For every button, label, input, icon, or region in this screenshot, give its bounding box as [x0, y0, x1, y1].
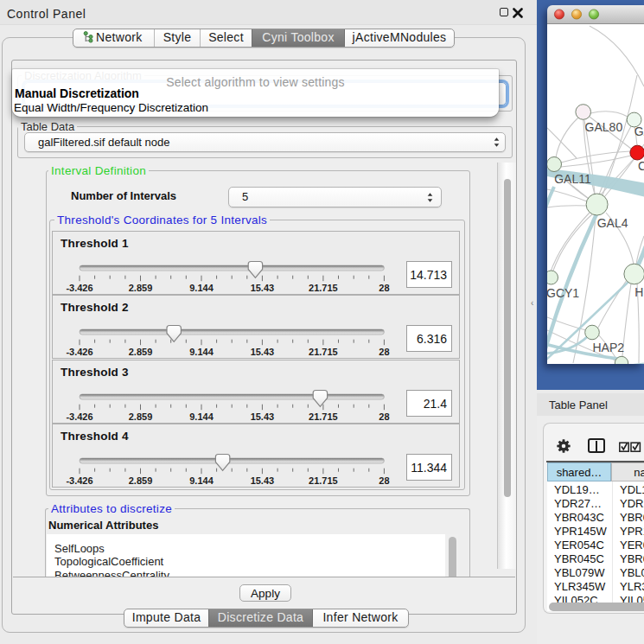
svg-text:2.859: 2.859: [129, 347, 153, 357]
svg-text:2.859: 2.859: [129, 411, 153, 421]
svg-text:9.144: 9.144: [189, 475, 214, 486]
svg-text:-3.426: -3.426: [66, 411, 92, 421]
svg-text:21.715: 21.715: [309, 475, 338, 486]
svg-text:28: 28: [379, 411, 389, 421]
svg-text:H: H: [634, 285, 643, 299]
svg-text:-3.426: -3.426: [66, 282, 92, 292]
svg-text:21.715: 21.715: [309, 282, 338, 292]
svg-text:2.859: 2.859: [129, 475, 153, 486]
svg-text:15.43: 15.43: [251, 347, 275, 357]
svg-text:9.144: 9.144: [189, 347, 214, 357]
svg-text:28: 28: [379, 347, 389, 357]
svg-text:28: 28: [379, 282, 389, 292]
svg-text:GCY1: GCY1: [547, 286, 579, 300]
svg-text:-3.426: -3.426: [66, 347, 92, 357]
svg-text:21.715: 21.715: [309, 411, 338, 421]
svg-text:GAL11: GAL11: [554, 172, 591, 186]
svg-text:2.859: 2.859: [129, 282, 153, 292]
svg-text:GAL: GAL: [634, 124, 644, 138]
svg-text:9.144: 9.144: [189, 411, 214, 421]
svg-text:GAL4: GAL4: [597, 216, 628, 230]
svg-text:HAP2: HAP2: [593, 341, 625, 354]
svg-text:15.43: 15.43: [251, 475, 275, 486]
svg-text:9.144: 9.144: [189, 282, 214, 292]
svg-text:GAL80: GAL80: [585, 120, 623, 134]
svg-text:21.715: 21.715: [309, 347, 338, 357]
svg-text:-3.426: -3.426: [66, 475, 92, 486]
svg-text:15.43: 15.43: [251, 282, 275, 292]
svg-text:28: 28: [379, 475, 389, 486]
svg-text:15.43: 15.43: [251, 411, 275, 421]
svg-text:CD: CD: [638, 159, 644, 173]
